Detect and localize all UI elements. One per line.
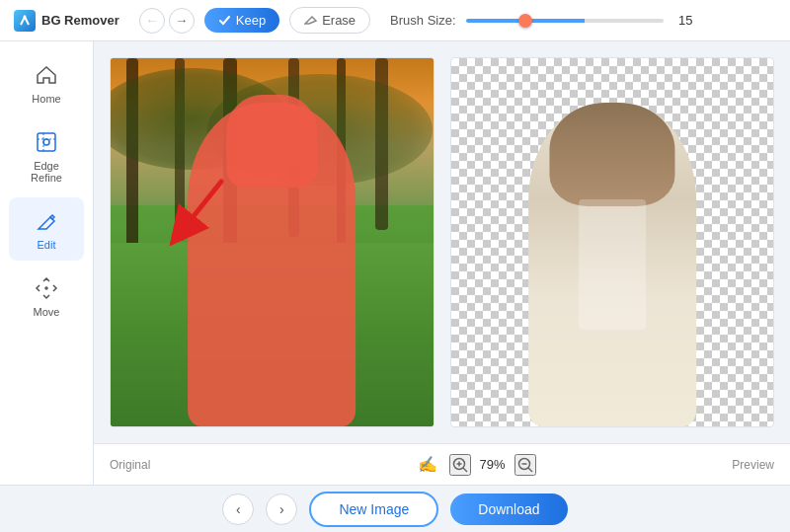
sidebar-item-edit[interactable]: Edit bbox=[9, 197, 84, 261]
logo-icon bbox=[14, 10, 36, 32]
sidebar-item-edge-refine[interactable]: Edge Refine bbox=[9, 118, 84, 193]
edge-refine-icon bbox=[33, 128, 60, 156]
eraser-icon bbox=[304, 14, 317, 27]
download-button[interactable]: Download bbox=[450, 494, 567, 525]
main-area: Home Edge Refine bbox=[0, 41, 790, 485]
sidebar-move-label: Move bbox=[34, 306, 60, 318]
prev-button[interactable]: ‹ bbox=[222, 494, 254, 525]
bottom-right: Preview bbox=[695, 458, 774, 472]
new-image-button[interactable]: New Image bbox=[309, 492, 438, 527]
next-button[interactable]: › bbox=[266, 494, 297, 525]
sidebar-item-home[interactable]: Home bbox=[9, 51, 84, 114]
app-title: BG Remover bbox=[41, 13, 119, 28]
preview-label: Preview bbox=[732, 458, 774, 472]
bottom-center: ✍ 79% bbox=[258, 454, 695, 476]
zoom-controls: ✍ 79% bbox=[418, 454, 536, 476]
home-icon bbox=[33, 61, 60, 89]
zoom-out-button[interactable] bbox=[514, 454, 536, 476]
edit-icon bbox=[33, 207, 60, 235]
sidebar-item-move[interactable]: Move bbox=[9, 265, 84, 328]
brush-label: Brush Size: bbox=[390, 13, 455, 28]
footer-buttons: ‹ › New Image Download bbox=[0, 485, 790, 532]
svg-line-11 bbox=[528, 468, 532, 472]
logo-area: BG Remover bbox=[14, 10, 119, 32]
svg-line-4 bbox=[182, 182, 221, 231]
bottom-left: Original bbox=[110, 458, 258, 472]
red-arrow-annotation bbox=[162, 167, 231, 246]
toolbar: BG Remover ← → Keep Erase Brush Size: 15 bbox=[0, 0, 790, 41]
zoom-value: 79% bbox=[477, 457, 509, 472]
hand-tool-icon[interactable]: ✍ bbox=[418, 455, 437, 474]
svg-point-0 bbox=[24, 15, 27, 18]
undo-button[interactable]: ← bbox=[139, 8, 165, 34]
sidebar-home-label: Home bbox=[32, 93, 60, 105]
original-image bbox=[111, 58, 434, 426]
svg-line-8 bbox=[463, 468, 467, 472]
nav-arrows: ← → bbox=[139, 8, 195, 34]
canvas-area: Original ✍ 79% bbox=[94, 41, 790, 485]
bottom-status-bar: Original ✍ 79% bbox=[94, 443, 790, 485]
sidebar-edit-label: Edit bbox=[38, 239, 56, 251]
app-container: BG Remover ← → Keep Erase Brush Size: 15 bbox=[0, 0, 790, 532]
sidebar-edge-refine-label: Edge Refine bbox=[17, 160, 76, 184]
brush-size-slider[interactable] bbox=[466, 19, 664, 23]
keep-button[interactable]: Keep bbox=[204, 8, 279, 33]
move-icon bbox=[33, 274, 60, 302]
svg-rect-1 bbox=[38, 133, 55, 151]
sidebar: Home Edge Refine bbox=[0, 41, 94, 485]
preview-panel[interactable] bbox=[450, 57, 775, 427]
brush-slider-container bbox=[466, 19, 664, 23]
canvas-panels bbox=[94, 41, 790, 443]
svg-point-2 bbox=[43, 139, 49, 145]
original-panel[interactable] bbox=[110, 57, 434, 427]
checkmark-icon bbox=[218, 14, 231, 27]
redo-button[interactable]: → bbox=[169, 8, 195, 34]
brush-size-value: 15 bbox=[673, 13, 693, 28]
original-label: Original bbox=[110, 458, 150, 472]
zoom-in-button[interactable] bbox=[449, 454, 471, 476]
erase-button[interactable]: Erase bbox=[289, 7, 370, 34]
